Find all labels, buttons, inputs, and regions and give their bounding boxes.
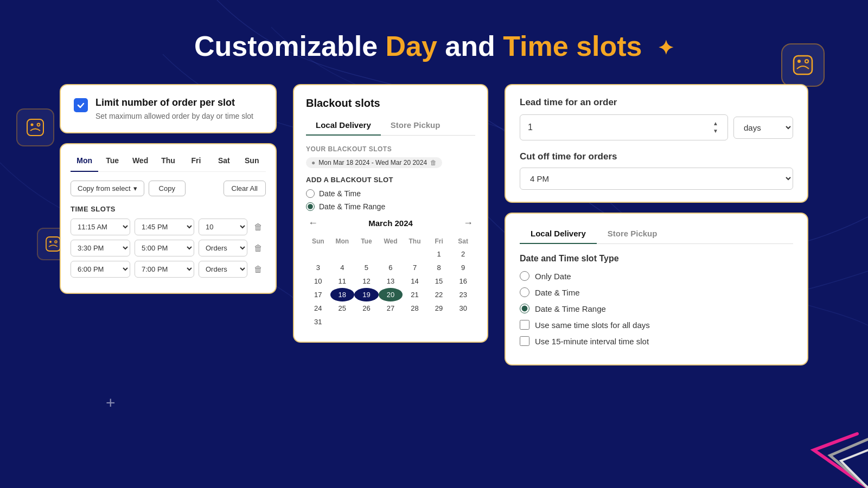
dt-checkbox-15min[interactable] bbox=[520, 336, 529, 346]
slot2-start-select[interactable]: 3:30 PM bbox=[71, 240, 130, 256]
slot1-delete-button[interactable]: 🗑 bbox=[252, 220, 265, 234]
calendar-day[interactable]: 1 bbox=[427, 247, 451, 261]
delivery-tab-store[interactable]: Store Pickup bbox=[597, 226, 668, 243]
time-slot-row-2: 3:30 PM 5:00 PM Orders 🗑 bbox=[71, 240, 266, 256]
cal-th-sun: Sun bbox=[306, 235, 330, 247]
calendar-day[interactable]: 27 bbox=[379, 301, 403, 315]
day-tab-sun[interactable]: Sun bbox=[238, 154, 266, 167]
calendar-day[interactable]: 2 bbox=[451, 247, 475, 261]
day-tab-sat[interactable]: Sat bbox=[210, 154, 238, 167]
calendar-day[interactable]: 22 bbox=[427, 288, 451, 301]
delivery-type-card: Local Delivery Store Pickup Date and Tim… bbox=[505, 213, 808, 365]
blackout-tab-local[interactable]: Local Delivery bbox=[306, 117, 381, 135]
calendar-day[interactable]: 5 bbox=[354, 261, 379, 274]
calendar-day[interactable]: 31 bbox=[306, 315, 330, 329]
dt-checkbox-same-slots[interactable] bbox=[520, 320, 529, 330]
radio-date-time-input[interactable] bbox=[306, 189, 315, 198]
dt-label-only-date: Only Date bbox=[535, 272, 571, 281]
schedule-actions: Copy from select ▾ Copy Clear All bbox=[71, 181, 266, 196]
middle-column: Blackout slots Local Delivery Store Pick… bbox=[293, 84, 488, 343]
calendar-day[interactable]: 11 bbox=[330, 274, 355, 288]
slot2-delete-button[interactable]: 🗑 bbox=[252, 241, 265, 255]
calendar-day bbox=[379, 315, 403, 329]
calendar-day[interactable]: 24 bbox=[306, 301, 330, 315]
calendar-day[interactable]: 19 bbox=[354, 288, 379, 301]
dt-radio-date-time[interactable] bbox=[520, 287, 529, 297]
slot1-limit-select[interactable]: 10 bbox=[199, 219, 247, 235]
calendar-day[interactable]: 17 bbox=[306, 288, 330, 301]
calendar-day[interactable]: 23 bbox=[451, 288, 475, 301]
calendar-day[interactable]: 7 bbox=[403, 261, 427, 274]
calendar-grid: Sun Mon Tue Wed Thu Fri Sat 123456789101… bbox=[306, 235, 475, 329]
lead-unit-select[interactable]: days hours bbox=[733, 117, 793, 139]
cutoff-select[interactable]: 4 PM 5 PM 6 PM 3 PM 2 PM bbox=[520, 168, 793, 190]
dt-radio-only-date[interactable] bbox=[520, 271, 529, 281]
calendar-day[interactable]: 8 bbox=[427, 261, 451, 274]
calendar-prev-button[interactable]: ← bbox=[306, 217, 320, 229]
slot2-end-select[interactable]: 5:00 PM bbox=[135, 240, 194, 256]
dt-label-same-slots: Use same time slots for all days bbox=[535, 320, 650, 330]
calendar-day[interactable]: 13 bbox=[379, 274, 403, 288]
blackout-tab-store[interactable]: Store Pickup bbox=[381, 117, 450, 135]
calendar-day[interactable]: 29 bbox=[427, 301, 451, 315]
dt-radio-date-time-range[interactable] bbox=[520, 304, 529, 313]
stepper-up-button[interactable]: ▲ bbox=[711, 120, 720, 127]
stepper-down-button[interactable]: ▼ bbox=[711, 128, 720, 134]
bottom-right-decoration bbox=[760, 423, 868, 488]
day-tab-thu[interactable]: Thu bbox=[154, 154, 182, 167]
clear-all-button[interactable]: Clear All bbox=[224, 181, 266, 196]
calendar-day[interactable]: 9 bbox=[451, 261, 475, 274]
page-header: Customizable Day and Time slots ✦ bbox=[0, 0, 868, 84]
radio-date-time-range-input[interactable] bbox=[306, 202, 315, 211]
dt-section-title: Date and Time slot Type bbox=[520, 254, 793, 264]
your-slots-label: YOUR BLACKOUT SLOTS bbox=[306, 145, 475, 153]
stepper-buttons: ▲ ▼ bbox=[711, 120, 720, 134]
calendar-day[interactable]: 26 bbox=[354, 301, 379, 315]
radio-date-time: Date & Time bbox=[306, 189, 475, 198]
calendar-day bbox=[403, 247, 427, 261]
slot3-limit-select[interactable]: Orders bbox=[199, 261, 247, 278]
calendar-day[interactable]: 25 bbox=[330, 301, 355, 315]
day-tab-tue[interactable]: Tue bbox=[98, 154, 126, 167]
lead-time-label: Lead time for an order bbox=[520, 97, 793, 108]
add-blackout-label: ADD A BLACKOUT SLOT bbox=[306, 176, 475, 184]
calendar-day[interactable]: 16 bbox=[451, 274, 475, 288]
blackout-title: Blackout slots bbox=[306, 97, 475, 110]
slot-dot: ● bbox=[311, 159, 315, 166]
calendar-next-button[interactable]: → bbox=[461, 217, 475, 229]
copy-from-select-button[interactable]: Copy from select ▾ bbox=[71, 181, 144, 196]
day-tab-wed[interactable]: Wed bbox=[126, 154, 154, 167]
delivery-tab-local[interactable]: Local Delivery bbox=[520, 226, 597, 243]
calendar-day[interactable]: 21 bbox=[403, 288, 427, 301]
calendar-day[interactable]: 3 bbox=[306, 261, 330, 274]
calendar-day[interactable]: 14 bbox=[403, 274, 427, 288]
crosshair-icon: + bbox=[106, 394, 116, 412]
calendar-day[interactable]: 20 bbox=[379, 288, 403, 301]
day-tab-fri[interactable]: Fri bbox=[182, 154, 210, 167]
calendar-day bbox=[330, 315, 355, 329]
slot2-limit-select[interactable]: Orders bbox=[199, 240, 247, 256]
slot3-start-select[interactable]: 6:00 PM bbox=[71, 261, 130, 278]
slot-delete-icon[interactable]: 🗑 bbox=[430, 159, 437, 166]
calendar-day[interactable]: 4 bbox=[330, 261, 355, 274]
slot3-end-select[interactable]: 7:00 PM bbox=[135, 261, 194, 278]
copy-button[interactable]: Copy bbox=[149, 181, 186, 196]
lead-number-input[interactable] bbox=[528, 123, 681, 132]
calendar-day[interactable]: 12 bbox=[354, 274, 379, 288]
calendar-day[interactable]: 28 bbox=[403, 301, 427, 315]
calendar-day[interactable]: 6 bbox=[379, 261, 403, 274]
day-tab-mon[interactable]: Mon bbox=[71, 154, 98, 167]
blackout-card: Blackout slots Local Delivery Store Pick… bbox=[293, 84, 488, 343]
calendar-day[interactable]: 15 bbox=[427, 274, 451, 288]
calendar-day[interactable]: 30 bbox=[451, 301, 475, 315]
lead-number-wrapper: ▲ ▼ bbox=[520, 114, 728, 140]
slot1-end-select[interactable]: 1:45 PM bbox=[135, 219, 194, 235]
limit-checkbox[interactable] bbox=[74, 98, 88, 112]
cal-th-tue: Tue bbox=[354, 235, 379, 247]
calendar-day[interactable]: 18 bbox=[330, 288, 355, 301]
calendar-day[interactable]: 10 bbox=[306, 274, 330, 288]
calendar-day bbox=[403, 315, 427, 329]
slot3-delete-button[interactable]: 🗑 bbox=[252, 262, 265, 277]
slot1-start-select[interactable]: 11:15 AM bbox=[71, 219, 130, 235]
left-column: Limit number of order per slot Set maxim… bbox=[60, 84, 277, 294]
